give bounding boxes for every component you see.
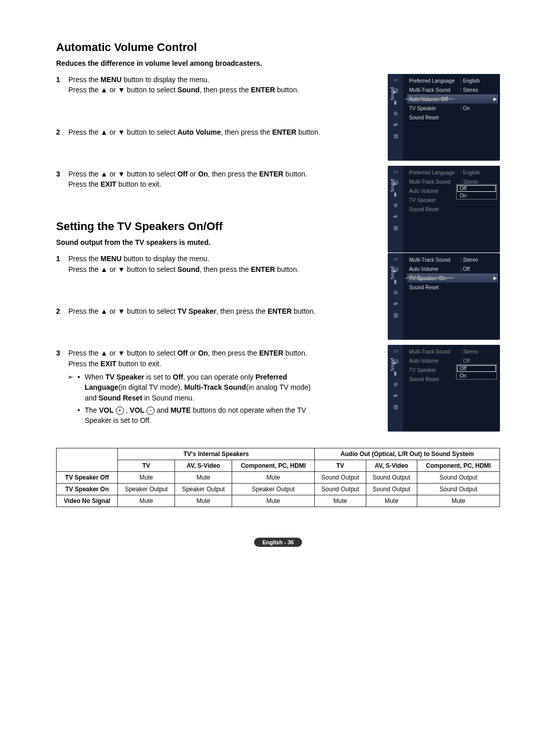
step-body: Press the ▲ or ▼ button to select Auto V… <box>68 127 321 137</box>
kw-menu: MENU <box>101 255 121 263</box>
group-header-audio-out: Audio Out (Optical, L/R Out) to Sound Sy… <box>315 448 500 460</box>
osd-tab-label: Sound <box>390 179 395 192</box>
text: button. <box>275 265 299 273</box>
step-body: Press the ▲ or ▼ button to select Off or… <box>68 169 321 190</box>
subtitle-tv-speakers: Sound output from the TV speakers is mut… <box>56 238 500 246</box>
text: , you can operate only <box>183 373 256 381</box>
text: When <box>85 373 105 381</box>
cell: Mute <box>366 495 417 507</box>
text: Press the ▲ or ▼ button to select <box>68 307 178 315</box>
table-row: Video No Signal Mute Mute Mute Mute Mute… <box>57 495 500 507</box>
page-footer: English - 36 <box>56 538 500 546</box>
step-body: Press the ▲ or ▼ button to select TV Spe… <box>68 306 321 316</box>
osd-column-tv-speaker: ▭ 🔊 ▮ ⚙ ⇄ ▥ Sound Multi-Track Sound: Ste… <box>388 253 500 437</box>
text: button. <box>292 307 316 315</box>
osd-row-pref-lang: Preferred Language: English <box>407 168 498 177</box>
text: Press the ▲ or ▼ button to select <box>68 86 178 94</box>
text: Press the <box>68 360 101 368</box>
speaker-output-table: TV's Internal Speakers Audio Out (Optica… <box>56 448 500 507</box>
text: is set to <box>144 373 173 381</box>
cell: Speaker Output <box>175 484 232 495</box>
osd-auto-volume-select: ▭ 🔊 ▮ ⚙ ⇄ ▥ Sound Preferred Language: En… <box>388 74 500 161</box>
table-group-header-row: TV's Internal Speakers Audio Out (Optica… <box>57 448 500 460</box>
step-1: 1 Press the MENU button to display the m… <box>56 254 321 274</box>
kw-exit: EXIT <box>101 180 116 188</box>
section-auto-volume: Automatic Volume Control Reduces the dif… <box>56 41 500 189</box>
step-number: 3 <box>56 348 68 427</box>
setup-icon: ⚙ <box>392 381 399 388</box>
osd-option-off: Off <box>457 185 496 192</box>
osd-option-on: On <box>457 372 496 379</box>
table-row: TV Speaker On Speaker Output Speaker Out… <box>57 484 500 495</box>
cell: Mute <box>232 472 315 484</box>
osd-body: Preferred Language: English Multi-Track … <box>405 74 500 122</box>
kw-tv-speaker: TV Speaker <box>105 373 144 381</box>
kw-enter: ENTER <box>267 307 291 315</box>
step-number: 2 <box>56 306 68 316</box>
page-number-badge: English - 36 <box>254 538 302 547</box>
picture-icon: ▭ <box>392 76 399 83</box>
step-number: 1 <box>56 74 68 95</box>
kw-sound-reset: Sound Reset <box>98 394 142 402</box>
cell: Sound Output <box>315 472 366 484</box>
osd-body: Multi-Track Sound: Stereo Auto Volume: O… <box>405 253 500 292</box>
text: , then press the <box>216 307 267 315</box>
heading-tv-speakers: Setting the TV Speakers On/Off <box>56 220 500 233</box>
col-header: TV <box>118 460 175 472</box>
col-header: Component, PC, HDMI <box>417 460 500 472</box>
row-label: TV Speaker Off <box>57 472 118 484</box>
row-label: Video No Signal <box>57 495 118 507</box>
kw-off: Off <box>173 373 183 381</box>
text: or <box>188 349 198 357</box>
step-3: 3 Press the ▲ or ▼ button to select Off … <box>56 348 321 427</box>
col-header: AV, S-Video <box>175 460 232 472</box>
kw-on: On <box>198 349 208 357</box>
kw-sound: Sound <box>178 86 200 94</box>
osd-row-auto-volume: Auto Volume: Off▶ <box>407 94 498 104</box>
text: , then press the <box>199 86 251 94</box>
text: button to display the menu. <box>121 75 209 84</box>
text: (in digital TV mode), <box>118 383 184 391</box>
steps-tv-speakers: 1 Press the MENU button to display the m… <box>56 254 321 427</box>
text: button to exit. <box>116 360 161 368</box>
osd-option-on: On <box>457 192 496 199</box>
kw-exit: EXIT <box>101 360 116 368</box>
cell: Speaker Output <box>118 484 175 495</box>
setup-icon: ⚙ <box>392 201 399 209</box>
step-1: 1 Press the MENU button to display the m… <box>56 74 321 95</box>
cell: Sound Output <box>315 484 366 495</box>
kw-vol: VOL <box>130 406 144 414</box>
arrow-right-icon: ▶ <box>493 275 497 281</box>
app-icon: ▥ <box>392 311 399 318</box>
kw-sound: Sound <box>178 265 200 273</box>
cell: Mute <box>417 495 500 507</box>
text: in Sound menu. <box>142 394 194 402</box>
arrow-right-icon: ▶ <box>493 96 497 102</box>
osd-row-sound-reset: Sound Reset <box>407 113 498 122</box>
text: Press the ▲ or ▼ button to select <box>68 349 178 357</box>
osd-row-tv-speaker: TV Speaker: On <box>407 104 498 113</box>
picture-icon: ▭ <box>392 255 399 262</box>
note-item: When TV Speaker is set to Off, you can o… <box>78 372 321 403</box>
osd-row-mts: Multi-Track Sound: Stereo <box>407 347 498 356</box>
step-body: Press the MENU button to display the men… <box>68 74 321 95</box>
section-tv-speakers: Setting the TV Speakers On/Off Sound out… <box>56 220 500 427</box>
setup-icon: ⚙ <box>392 289 399 296</box>
osd-row-mts: Multi-Track Sound: Stereo <box>407 85 498 94</box>
step-body: Press the MENU button to display the men… <box>68 254 321 274</box>
setup-icon: ⚙ <box>392 110 399 117</box>
note-block: When TV Speaker is set to Off, you can o… <box>68 372 321 425</box>
text: , then press the <box>221 128 272 136</box>
kw-mute: MUTE <box>170 406 191 414</box>
cell: Sound Output <box>417 472 500 484</box>
text: button. <box>283 170 307 178</box>
kw-enter: ENTER <box>251 265 275 273</box>
cell: Mute <box>175 495 232 507</box>
col-header: Component, PC, HDMI <box>232 460 315 472</box>
heading-auto-volume: Automatic Volume Control <box>56 41 500 54</box>
group-header-internal: TV's Internal Speakers <box>118 448 315 460</box>
text: The <box>85 406 99 414</box>
cell: Mute <box>118 472 175 484</box>
input-icon: ⇄ <box>392 121 399 128</box>
step-number: 3 <box>56 169 68 190</box>
